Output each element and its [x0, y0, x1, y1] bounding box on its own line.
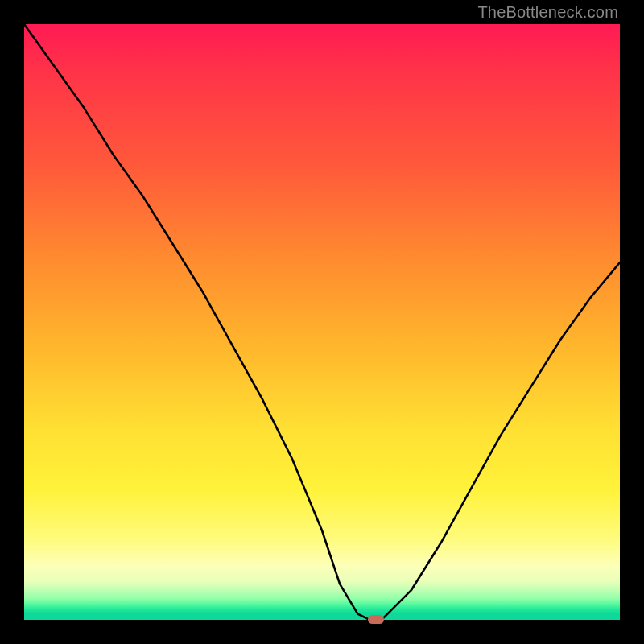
minimum-marker: [368, 615, 384, 624]
chart-frame: TheBottleneck.com: [0, 0, 644, 644]
watermark-text: TheBottleneck.com: [477, 3, 618, 22]
plot-area: [24, 24, 620, 620]
bottleneck-curve: [24, 24, 620, 620]
